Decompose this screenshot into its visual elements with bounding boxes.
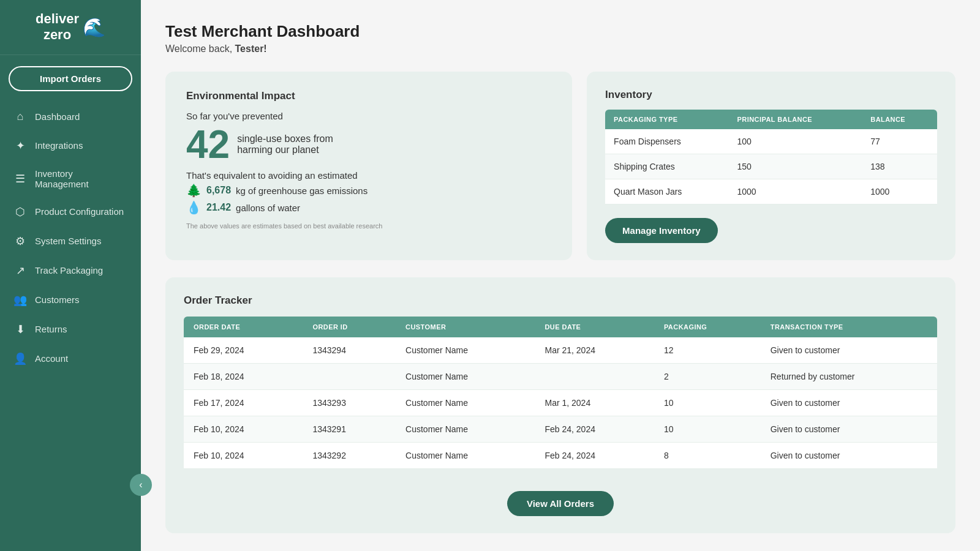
inv-balance: 1000 <box>862 179 937 204</box>
sidebar-item-label: Inventory Management <box>35 168 127 189</box>
customer-name: Customer Name <box>396 416 535 443</box>
import-orders-button[interactable]: Import Orders <box>9 66 132 91</box>
table-row: Feb 10, 2024 1343291 Customer Name Feb 2… <box>184 416 937 443</box>
order-id: 1343293 <box>303 390 396 416</box>
subtitle-prefix: Welcome back, <box>165 43 235 54</box>
transaction-type: Given to customer <box>761 443 937 469</box>
customer-name: Customer Name <box>396 443 535 469</box>
order-id: 1343291 <box>303 416 396 443</box>
page-title: Test Merchant Dashboard <box>165 22 956 41</box>
table-row: Foam Dispensers 100 77 <box>605 129 937 154</box>
sidebar-item-label: Customers <box>35 294 80 305</box>
sidebar-item-label: Account <box>35 353 68 364</box>
inv-col-principal: PRINCIPAL BALANCE <box>729 110 862 129</box>
customers-icon: 👥 <box>13 293 27 307</box>
sidebar-item-label: Track Packaging <box>35 265 103 276</box>
product-config-icon: ⬡ <box>13 205 27 219</box>
due-date <box>535 364 654 390</box>
due-date: Feb 24, 2024 <box>535 416 654 443</box>
sidebar-item-label: System Settings <box>35 236 101 246</box>
tree-icon: 🌲 <box>186 183 202 198</box>
order-id: 1343292 <box>303 443 396 469</box>
col-order-id: ORDER ID <box>303 317 396 337</box>
env-water-stat: 💧 21.42 gallons of water <box>186 200 551 215</box>
sidebar-item-integrations[interactable]: ✦ Integrations <box>0 131 141 160</box>
sidebar-item-dashboard[interactable]: ⌂ Dashboard <box>0 102 141 131</box>
packaging-count: 2 <box>654 364 761 390</box>
system-settings-icon: ⚙ <box>13 234 27 248</box>
customer-name: Customer Name <box>396 390 535 416</box>
customer-name: Customer Name <box>396 337 535 364</box>
table-row: Feb 29, 2024 1343294 Customer Name Mar 2… <box>184 337 937 364</box>
order-date: Feb 17, 2024 <box>184 390 303 416</box>
logo-text-line1: deliver <box>36 11 79 27</box>
env-note: The above values are estimates based on … <box>186 222 551 230</box>
integrations-icon: ✦ <box>13 139 27 152</box>
inventory-card-title: Inventory <box>605 89 937 101</box>
order-date: Feb 29, 2024 <box>184 337 303 364</box>
env-card-title: Environmental Impact <box>186 90 551 102</box>
view-all-button[interactable]: View All Orders <box>507 491 614 516</box>
order-id: 1343294 <box>303 337 396 364</box>
manage-inventory-button[interactable]: Manage Inventory <box>605 218 718 243</box>
dashboard-icon: ⌂ <box>13 110 27 123</box>
inv-type: Foam Dispensers <box>605 129 728 154</box>
order-date: Feb 10, 2024 <box>184 416 303 443</box>
order-id <box>303 364 396 390</box>
due-date: Mar 1, 2024 <box>535 390 654 416</box>
col-transaction: TRANSACTION TYPE <box>761 317 937 337</box>
packaging-count: 10 <box>654 390 761 416</box>
due-date: Feb 24, 2024 <box>535 443 654 469</box>
cards-row: Environmental Impact So far you've preve… <box>165 72 956 260</box>
transaction-type: Given to customer <box>761 390 937 416</box>
transaction-type: Returned by customer <box>761 364 937 390</box>
env-equivalent-text: That's equivalent to avoiding an estimat… <box>186 170 551 181</box>
env-prevented-text: So far you've prevented <box>186 111 551 121</box>
water-icon: 💧 <box>186 200 202 215</box>
col-customer: CUSTOMER <box>396 317 535 337</box>
sidebar: deliver zero 🌊 Import Orders ⌂ Dashboard… <box>0 0 141 551</box>
inv-col-type: PACKAGING TYPE <box>605 110 728 129</box>
nav-list: ⌂ Dashboard ✦ Integrations ☰ Inventory M… <box>0 102 141 551</box>
inv-type: Quart Mason Jars <box>605 179 728 204</box>
sidebar-item-inventory[interactable]: ☰ Inventory Management <box>0 160 141 197</box>
inv-balance: 77 <box>862 129 937 154</box>
subtitle-name: Tester! <box>235 43 267 54</box>
sidebar-item-label: Integrations <box>35 140 83 151</box>
env-gas-unit: kg of greenhouse gas emissions <box>236 186 368 196</box>
packaging-count: 8 <box>654 443 761 469</box>
sidebar-item-label: Dashboard <box>35 111 80 122</box>
packaging-count: 12 <box>654 337 761 364</box>
inv-principal: 150 <box>729 154 862 179</box>
sidebar-item-track-packaging[interactable]: ↗ Track Packaging <box>0 256 141 285</box>
logo: deliver zero 🌊 <box>0 0 141 55</box>
sidebar-item-returns[interactable]: ⬇ Returns <box>0 315 141 344</box>
collapse-sidebar-button[interactable]: ‹ <box>130 474 152 496</box>
account-icon: 👤 <box>13 352 27 365</box>
transaction-type: Given to customer <box>761 416 937 443</box>
sidebar-item-customers[interactable]: 👥 Customers <box>0 285 141 315</box>
view-all-row: View All Orders <box>184 479 937 516</box>
col-due-date: DUE DATE <box>535 317 654 337</box>
inv-type: Shipping Crates <box>605 154 728 179</box>
packaging-count: 10 <box>654 416 761 443</box>
env-gas-number: 6,678 <box>206 185 231 196</box>
sidebar-item-system-settings[interactable]: ⚙ System Settings <box>0 227 141 256</box>
sidebar-item-label: Returns <box>35 324 67 334</box>
inv-balance: 138 <box>862 154 937 179</box>
returns-icon: ⬇ <box>13 323 27 336</box>
customer-name: Customer Name <box>396 364 535 390</box>
inventory-icon: ☰ <box>13 172 27 186</box>
transaction-type: Given to customer <box>761 337 937 364</box>
table-row: Shipping Crates 150 138 <box>605 154 937 179</box>
order-tracker-card: Order Tracker ORDER DATE ORDER ID CUSTOM… <box>165 277 956 533</box>
logo-icon: 🌊 <box>83 17 105 38</box>
col-packaging: PACKAGING <box>654 317 761 337</box>
inv-principal: 100 <box>729 129 862 154</box>
table-row: Feb 10, 2024 1343292 Customer Name Feb 2… <box>184 443 937 469</box>
sidebar-item-account[interactable]: 👤 Account <box>0 344 141 373</box>
sidebar-item-product-config[interactable]: ⬡ Product Configuration <box>0 197 141 227</box>
sidebar-item-label: Product Configuration <box>35 206 124 217</box>
order-date: Feb 18, 2024 <box>184 364 303 390</box>
table-row: Quart Mason Jars 1000 1000 <box>605 179 937 204</box>
